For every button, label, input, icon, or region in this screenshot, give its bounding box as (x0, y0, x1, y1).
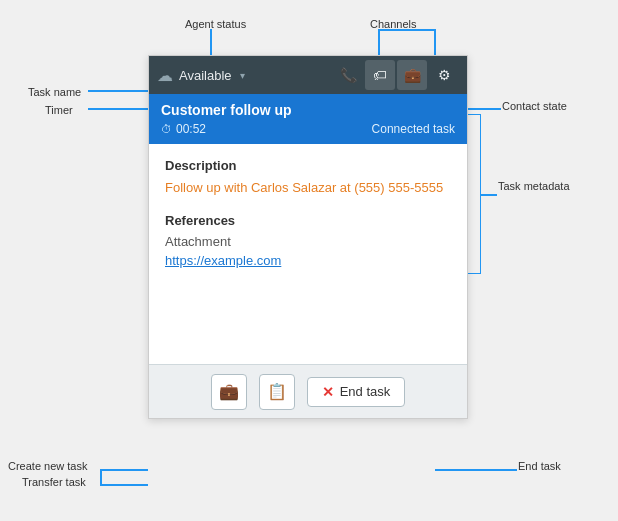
end-task-button[interactable]: ✕ End task (307, 377, 406, 407)
timer-value: 00:52 (176, 122, 206, 136)
annotation-task-name: Task name (28, 86, 81, 98)
description-label: Description (165, 158, 451, 173)
line-end-task (435, 469, 517, 471)
task-footer: 💼 📋 ✕ End task (149, 364, 467, 418)
phone-channel-button[interactable]: 📞 (333, 60, 363, 90)
cloud-icon: ☁ (157, 66, 173, 85)
reference-link[interactable]: https://example.com (165, 253, 451, 268)
end-task-icon: ✕ (322, 384, 334, 400)
annotation-transfer-task: Transfer task (22, 476, 86, 488)
task-body: Description Follow up with Carlos Salaza… (149, 144, 467, 364)
line-channels-right (434, 29, 436, 56)
bracket-task-metadata (467, 114, 481, 274)
task-channel-button[interactable]: 💼 (397, 60, 427, 90)
clock-icon: ⏱ (161, 123, 172, 135)
contact-state-badge: Connected task (372, 122, 455, 136)
task-timer: ⏱ 00:52 (161, 122, 206, 136)
line-task-metadata (481, 194, 497, 196)
chat-channel-button[interactable]: 🏷 (365, 60, 395, 90)
settings-button[interactable]: ⚙ (429, 60, 459, 90)
transfer-task-button[interactable]: 📋 (259, 374, 295, 410)
create-new-task-button[interactable]: 💼 (211, 374, 247, 410)
annotation-contact-state: Contact state (502, 100, 567, 112)
end-task-label: End task (340, 384, 391, 399)
annotation-end-task-label: End task (518, 460, 561, 472)
annotation-agent-status: Agent status (185, 18, 246, 30)
references-label: References (165, 213, 451, 228)
annotation-create-new-task: Create new task (8, 460, 87, 472)
widget: ☁ Available ▾ 📞 🏷 💼 ⚙ Customer follow up… (148, 55, 468, 419)
references-section: References Attachment https://example.co… (165, 213, 451, 268)
annotation-timer: Timer (45, 104, 73, 116)
line-vert-create-transfer (100, 469, 102, 485)
chevron-down-icon[interactable]: ▾ (240, 70, 245, 81)
topbar-left: ☁ Available ▾ (157, 66, 327, 85)
outer-wrapper: Agent status Channels Task name Timer Co… (0, 0, 618, 521)
topbar: ☁ Available ▾ 📞 🏷 💼 ⚙ (149, 56, 467, 94)
agent-status-text: Available (179, 68, 232, 83)
line-task-name (88, 90, 148, 92)
task-header: Customer follow up ⏱ 00:52 Connected tas… (149, 94, 467, 144)
annotation-task-metadata: Task metadata (498, 180, 570, 192)
line-transfer-task (100, 484, 148, 486)
task-title: Customer follow up (161, 102, 455, 118)
attachment-label: Attachment (165, 234, 451, 249)
task-meta-row: ⏱ 00:52 Connected task (161, 122, 455, 136)
topbar-right: 📞 🏷 💼 ⚙ (333, 60, 459, 90)
line-agent-status (210, 29, 212, 56)
line-channels-left (378, 29, 380, 56)
line-create-task (100, 469, 148, 471)
line-timer (88, 108, 148, 110)
line-channels-horiz (378, 29, 434, 31)
description-text: Follow up with Carlos Salazar at (555) 5… (165, 179, 451, 197)
